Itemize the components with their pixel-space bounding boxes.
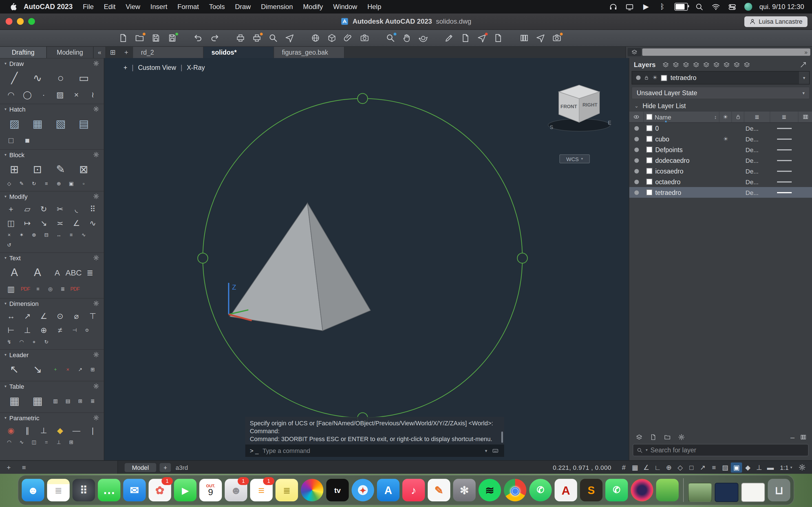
layer-row[interactable]: dodecaedro De...: [629, 155, 812, 166]
layer-lock-cell[interactable]: [732, 155, 744, 166]
hatch-dots-icon[interactable]: ▤: [73, 115, 95, 132]
vp-freeze-icon[interactable]: [719, 187, 732, 198]
palette-section-header[interactable]: ▾ Hatch: [0, 104, 104, 114]
rectangle-icon[interactable]: ▭: [73, 69, 95, 87]
minimized-photo-thumbnail[interactable]: [688, 483, 712, 502]
polar-tracking-icon[interactable]: ⊕: [663, 462, 674, 472]
new-layer-icon[interactable]: [661, 60, 670, 69]
arc-length-icon[interactable]: ◠: [16, 337, 27, 346]
menubar-clock[interactable]: qui. 9/10 12:30: [759, 3, 804, 11]
isometric-drafting-icon[interactable]: ◇: [674, 462, 686, 472]
palette-section-header[interactable]: ▾ Leader: [0, 350, 104, 359]
multileader-icon[interactable]: ↖: [3, 360, 26, 378]
etransmit-icon[interactable]: [534, 31, 548, 44]
multileader-style-icon[interactable]: ↘: [27, 360, 49, 378]
menubar-menu[interactable]: Draw: [230, 3, 256, 11]
auto-constrain-icon[interactable]: ⊞: [65, 438, 77, 447]
mirror-icon[interactable]: ◫: [3, 216, 18, 229]
vp-freeze-icon[interactable]: [719, 176, 732, 187]
wcs-dropdown[interactable]: WCS ▾: [559, 154, 590, 163]
orbit-handle-left[interactable]: [198, 253, 208, 263]
table-export-icon[interactable]: ≣: [87, 396, 98, 405]
layer-lock-cell[interactable]: [732, 123, 744, 133]
edit-text-icon[interactable]: A: [27, 264, 49, 281]
music-icon[interactable]: ♪: [402, 479, 425, 501]
previous-layer-icon[interactable]: [681, 60, 691, 69]
attach-image-icon[interactable]: [357, 31, 371, 44]
ellipse-icon[interactable]: ◯: [20, 88, 35, 101]
reverse-icon[interactable]: ↺: [3, 240, 15, 249]
spell-check-icon[interactable]: ABC: [66, 266, 81, 279]
text-style-icon[interactable]: ≣: [82, 266, 98, 279]
current-layer-dropdown[interactable]: ☀ tetraedro ▾: [631, 71, 810, 84]
add-leader-icon[interactable]: +: [50, 365, 61, 374]
block-editor-icon[interactable]: ▣: [65, 179, 77, 188]
apple-menu-icon[interactable]: [8, 2, 16, 11]
horizontal-constraint-icon[interactable]: ―: [69, 424, 84, 437]
table-icon[interactable]: ▦: [3, 392, 26, 409]
ortho-mode-icon[interactable]: ∟: [652, 462, 663, 472]
collect-leaders-icon[interactable]: ⊞: [87, 365, 98, 374]
new-property-filter-icon[interactable]: [649, 433, 658, 441]
break-icon[interactable]: ⊟: [41, 230, 52, 239]
continue-dimension-icon[interactable]: ⊢: [3, 323, 18, 336]
vp-freeze-icon[interactable]: ☀: [719, 133, 732, 144]
drawing-tab[interactable]: rd_2: [133, 46, 204, 58]
edit-block-icon[interactable]: ✎: [50, 161, 71, 178]
field-icon[interactable]: ≡: [32, 284, 43, 293]
explode-icon[interactable]: ✶: [16, 230, 27, 239]
export-icon[interactable]: [491, 31, 505, 44]
zoom-window-button[interactable]: [28, 18, 35, 25]
polyline-icon[interactable]: ∿: [27, 69, 49, 87]
rotate-icon[interactable]: ↻: [36, 202, 51, 215]
zoom-icon[interactable]: [384, 31, 398, 44]
drawing-tab[interactable]: solidos*: [204, 46, 274, 58]
freeze-column-header[interactable]: ☀: [719, 112, 732, 122]
new-group-filter-icon[interactable]: [663, 433, 672, 441]
pan-icon[interactable]: [400, 31, 414, 44]
pdf-import-icon[interactable]: PDF: [20, 284, 31, 293]
contacts-icon[interactable]: ☻ 1: [225, 479, 247, 501]
palette-section-header[interactable]: ▾ Draw: [0, 59, 104, 68]
center-mark-icon[interactable]: ⊕: [36, 323, 51, 336]
ordinate-dimension-icon[interactable]: ⊥: [20, 323, 35, 336]
minimize-window-button[interactable]: [17, 18, 24, 25]
hatch-mini-icon[interactable]: ▨: [52, 88, 68, 101]
palette-grip-icon[interactable]: [627, 48, 641, 56]
trash-icon[interactable]: ⊔: [768, 479, 790, 501]
snap-mode-icon[interactable]: ▦: [629, 462, 641, 472]
dimension-break-icon[interactable]: ⊣: [69, 325, 80, 334]
perpendicular-constraint-icon[interactable]: ⊥: [36, 424, 51, 437]
layer-lock-cell[interactable]: [732, 166, 744, 176]
edit-attribute-icon[interactable]: ✎: [16, 179, 27, 188]
orbit-icon[interactable]: [416, 31, 430, 44]
safari-icon[interactable]: ✦: [352, 479, 374, 501]
new-file-icon[interactable]: [116, 31, 130, 44]
circle-icon[interactable]: ○: [50, 69, 71, 87]
section-settings-icon[interactable]: [93, 193, 99, 200]
lineweight-icon[interactable]: ≡: [708, 462, 719, 472]
hide-layer-list-toggle[interactable]: ⌄ Hide Layer List: [629, 100, 812, 111]
layer-unisolate-icon[interactable]: [702, 60, 711, 69]
layer-match-icon[interactable]: [671, 60, 680, 69]
bluetooth-icon[interactable]: ᛒ: [658, 2, 667, 11]
layer-freeze-icon[interactable]: [712, 60, 721, 69]
system-settings-icon[interactable]: ✻: [453, 479, 476, 501]
menubar-menu[interactable]: Format: [172, 3, 204, 11]
account-button[interactable]: Luisa Lancastre: [745, 16, 808, 27]
smooth-constraint-icon[interactable]: ∿: [16, 438, 27, 447]
menubar-app-name[interactable]: AutoCAD 2023: [24, 3, 73, 11]
close-window-button[interactable]: [6, 18, 12, 25]
minimized-document-thumbnail[interactable]: [741, 483, 765, 502]
define-attribute-icon[interactable]: ◇: [3, 179, 15, 188]
hatch-pattern-icon[interactable]: ▨: [3, 115, 26, 132]
layer-row[interactable]: icosaedro De...: [629, 166, 812, 176]
tangent-constraint-icon[interactable]: ◠: [3, 438, 15, 447]
calendar-icon[interactable]: OUT.9: [199, 479, 222, 501]
palette-list-icon[interactable]: ≡: [22, 463, 26, 471]
spotify-icon[interactable]: ≋: [478, 479, 501, 501]
vp-freeze-icon[interactable]: [719, 155, 732, 166]
xline-icon[interactable]: ×: [69, 88, 84, 101]
dynamic-input-icon[interactable]: ▬: [765, 462, 776, 472]
command-recent-dropdown-icon[interactable]: ▾: [485, 448, 487, 453]
